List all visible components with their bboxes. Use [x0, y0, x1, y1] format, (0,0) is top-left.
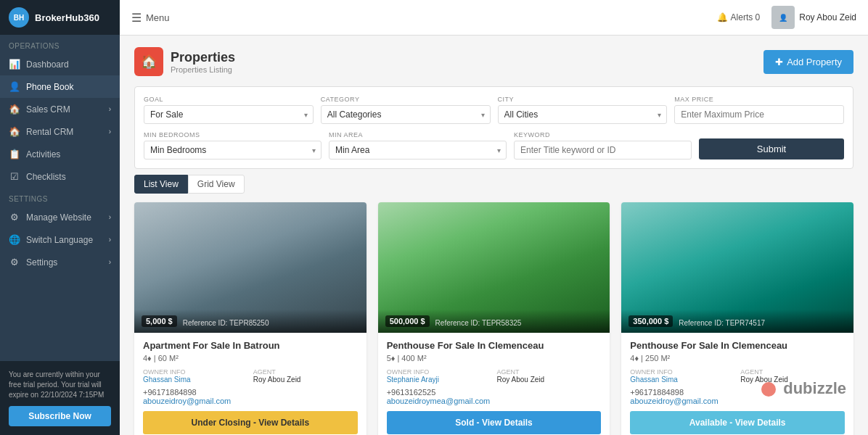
property-title: Apartment For Sale In Batroun [143, 340, 358, 351]
page-title: Properties [171, 50, 235, 65]
max-price-filter: MAX PRICE [674, 96, 844, 124]
sales-crm-icon: 🏠 [9, 104, 20, 115]
switch-language-icon: 🌐 [9, 234, 20, 245]
property-specs: 5♦ | 400 M² [387, 354, 602, 362]
property-phone: +96171884898 [630, 388, 845, 397]
min-area-filter: MIN AREA Min Area [329, 131, 507, 160]
sidebar-item-label: Activities [26, 149, 60, 160]
activities-icon: 📋 [9, 149, 20, 160]
sidebar-item-checklists[interactable]: ☑ Checklists [0, 165, 120, 188]
app-logo: BH BrokerHub360 [0, 0, 120, 35]
settings-section-label: Settings [0, 188, 120, 206]
phone-book-icon: 👤 [9, 81, 20, 92]
sidebar-item-settings[interactable]: ⚙ Settings › [0, 251, 120, 273]
property-phone: +9613162525 [387, 388, 602, 397]
sidebar-item-label: Manage Website [26, 212, 91, 223]
topbar: ☰ Menu 🔔 Alerts 0 👤 Roy Abou Zeid [120, 0, 868, 36]
owner-info-label: OWNER INFO [630, 368, 734, 376]
property-phone: +96171884898 [143, 388, 358, 397]
sidebar-item-label: Switch Language [26, 235, 93, 245]
logo-text: BrokerHub360 [35, 12, 99, 23]
filters-panel: GOAL For Sale CATEGORY All Categories [134, 86, 853, 169]
ref-badge: Reference ID: TEPR58325 [435, 319, 522, 327]
property-card: 500,000 $ Reference ID: TEPR58325 Pentho… [378, 202, 610, 435]
agent-name: Roy Abou Zeid [496, 376, 601, 384]
ref-badge: Reference ID: TEPR74517 [679, 319, 765, 327]
sidebar-item-sales-crm[interactable]: 🏠 Sales CRM › [0, 98, 120, 120]
goal-select[interactable]: For Sale [144, 105, 314, 124]
manage-website-icon: ⚙ [9, 212, 20, 223]
add-property-button[interactable]: ✚ Add Property [763, 50, 853, 74]
category-filter: CATEGORY All Categories [321, 96, 491, 124]
agent-label: AGENT [496, 368, 601, 376]
alerts-area[interactable]: 🔔 Alerts 0 [717, 12, 761, 22]
sidebar-item-phone-book[interactable]: 👤 Phone Book [0, 75, 120, 98]
property-email: abouzeidroy@gmail.com [630, 397, 845, 405]
price-badge: 350,000 $ [629, 315, 673, 327]
property-title: Penthouse For Sale In Clemenceau [387, 340, 602, 351]
owner-name: Ghassan Sima [630, 376, 734, 384]
city-label: CITY [498, 96, 668, 103]
min-bedrooms-select[interactable]: Min Bedrooms [144, 141, 322, 160]
property-specs: 4♦ | 60 M² [143, 354, 358, 362]
sidebar-item-rental-crm[interactable]: 🏠 Rental CRM › [0, 120, 120, 143]
status-button[interactable]: Available - View Details [630, 411, 845, 434]
sidebar-item-dashboard[interactable]: 📊 Dashboard [0, 53, 120, 75]
submit-button[interactable]: Submit [699, 138, 844, 160]
sidebar-item-label: Checklists [26, 172, 66, 182]
property-card: 5,000 $ Reference ID: TEPR85250 Apartmen… [134, 202, 367, 435]
status-button[interactable]: Under Closing - View Details [143, 411, 358, 434]
checklists-icon: ☑ [9, 171, 20, 182]
keyword-input[interactable] [514, 141, 692, 160]
min-area-select[interactable]: Min Area [329, 141, 507, 160]
category-select[interactable]: All Categories [321, 105, 491, 124]
sidebar-item-label: Rental CRM [26, 127, 73, 137]
owner-info-label: OWNER INFO [387, 368, 491, 376]
trial-text: You are currently within your free trial… [9, 370, 104, 399]
owner-name: Ghassan Sima [143, 376, 247, 384]
property-image: 350,000 $ Reference ID: TEPR74517 [621, 202, 853, 333]
view-toggle: List View Grid View [134, 175, 853, 194]
ref-badge: Reference ID: TEPR85250 [183, 319, 269, 327]
grid-view-button[interactable]: Grid View [188, 175, 245, 194]
property-image: 5,000 $ Reference ID: TEPR85250 [134, 202, 367, 333]
owner-info-label: OWNER INFO [143, 368, 247, 376]
agent-name: Roy Abou Zeid [740, 376, 845, 384]
list-view-button[interactable]: List View [134, 175, 188, 194]
agent-label: AGENT [740, 368, 845, 376]
user-area[interactable]: 👤 Roy Abou Zeid [771, 6, 856, 29]
property-email: abouzeidroy@gmail.com [143, 397, 358, 405]
property-image: 500,000 $ Reference ID: TEPR58325 [378, 202, 610, 333]
properties-icon: 🏠 [134, 47, 163, 76]
max-price-label: MAX PRICE [674, 96, 844, 103]
menu-button[interactable]: ☰ Menu [131, 11, 170, 25]
status-button[interactable]: Sold - View Details [387, 411, 602, 434]
sidebar-item-label: Phone Book [26, 82, 73, 92]
min-bedrooms-filter: MIN BEDROOMS Min Bedrooms [144, 131, 322, 160]
city-select[interactable]: All Cities [498, 105, 668, 124]
properties-grid: 5,000 $ Reference ID: TEPR85250 Apartmen… [134, 202, 853, 435]
filters-row-1: GOAL For Sale CATEGORY All Categories [144, 96, 844, 124]
settings-icon: ⚙ [9, 257, 20, 268]
sidebar-item-label: Sales CRM [26, 104, 70, 115]
chevron-icon: › [109, 258, 111, 266]
sidebar-item-manage-website[interactable]: ⚙ Manage Website › [0, 206, 120, 228]
chevron-icon: › [109, 236, 111, 244]
category-label: CATEGORY [321, 96, 491, 103]
plus-icon: ✚ [775, 57, 783, 67]
filters-row-2: MIN BEDROOMS Min Bedrooms MIN AREA Min A… [144, 131, 844, 160]
goal-filter: GOAL For Sale [144, 96, 314, 124]
price-badge: 5,000 $ [142, 315, 177, 327]
max-price-input[interactable] [674, 105, 844, 124]
keyword-label: KEYWORD [514, 131, 692, 138]
page-subtitle: Properties Listing [171, 65, 235, 74]
sidebar-item-label: Settings [26, 257, 57, 268]
sidebar-item-activities[interactable]: 📋 Activities [0, 143, 120, 165]
keyword-filter: KEYWORD [514, 131, 692, 160]
chevron-icon: › [109, 213, 111, 221]
content-area: 🏠 Properties Properties Listing ✚ Add Pr… [120, 36, 868, 435]
operations-section-label: Operations [0, 35, 120, 53]
sidebar-item-switch-language[interactable]: 🌐 Switch Language › [0, 228, 120, 251]
page-header: 🏠 Properties Properties Listing ✚ Add Pr… [134, 47, 853, 76]
subscribe-button[interactable]: Subscribe Now [9, 406, 111, 426]
